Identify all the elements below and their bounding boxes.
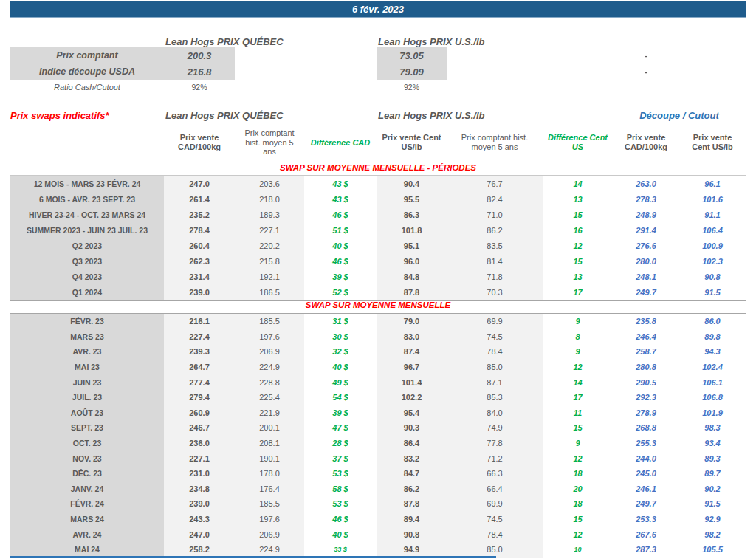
cutout-us: 91.1: [679, 207, 746, 222]
qc-hist: 221.9: [235, 405, 304, 421]
cutout-cad: 258.7: [613, 344, 679, 360]
diff-cad: 58 $: [304, 481, 377, 497]
cutout-us: 102.4: [679, 360, 746, 375]
qc-prix-vente: 239.3: [164, 344, 235, 360]
qc-prix-vente: 236.0: [164, 436, 235, 451]
diff-us: 10: [543, 542, 613, 558]
qc-prix-vente: 234.8: [164, 481, 235, 497]
diff-cad: 43 $: [304, 176, 377, 191]
qc-hist: 206.9: [235, 344, 304, 360]
row-label: MARS 24: [10, 512, 164, 527]
qc-prix-vente: 264.7: [164, 360, 235, 375]
hog-price-sheet: 6 févr. 2023 Lean Hogs PRIX QUÉBEC Lean …: [0, 0, 756, 559]
row-label: FÉVR. 24: [10, 496, 164, 512]
qc-prix-vente: 243.3: [164, 512, 235, 527]
col-header-cutout-cad: Prix vente CAD/100kg: [613, 124, 679, 161]
diff-cad: 47 $: [304, 420, 377, 436]
us-prix-vente: 87.4: [377, 344, 447, 360]
us-prix-vente: 79.0: [377, 314, 447, 329]
cutout-us: 91.5: [679, 496, 746, 512]
us-hist: 71.8: [447, 269, 543, 284]
qc-hist: 190.1: [235, 450, 304, 466]
diff-us: 14: [543, 374, 613, 390]
qc-hist: 176.4: [235, 481, 304, 497]
qc-prix-vente: 246.7: [164, 420, 235, 436]
qc-prix-vente: 239.0: [164, 496, 235, 512]
qc-hist: 185.5: [235, 496, 304, 512]
diff-cad: 33 $: [304, 542, 377, 558]
cutout-us: 90.2: [679, 481, 746, 497]
cutout-cad: 287.3: [613, 542, 679, 558]
us-prix-vente: 101.8: [377, 222, 447, 238]
qc-hist: 192.1: [235, 269, 304, 284]
qc-hist: 197.6: [235, 512, 304, 527]
cutout-cad: 280.8: [613, 360, 679, 375]
diff-us: 15: [543, 207, 613, 222]
spot-qc-ratio: 92%: [164, 80, 235, 95]
row-label: MAI 23: [10, 360, 164, 375]
qc-prix-vente: 231.0: [164, 466, 235, 481]
cutout-us: 93.4: [679, 436, 746, 451]
us-hist: 78.4: [447, 344, 543, 360]
cutout-cad: 278.9: [613, 405, 679, 421]
row-label: AVR. 24: [10, 527, 164, 542]
us-hist: 70.3: [447, 284, 543, 300]
us-hist: 85.0: [447, 360, 543, 375]
swaps-header-row: Prix swaps indicatifs* Lean Hogs PRIX QU…: [10, 109, 746, 122]
us-prix-vente: 96.7: [377, 360, 447, 375]
row-label: FÉVR. 23: [10, 314, 164, 329]
col-header-diff-us: Différence Cent US: [543, 124, 613, 161]
diff-us: 14: [543, 176, 613, 191]
swaps-title: Prix swaps indicatifs*: [10, 110, 164, 121]
us-prix-vente: 95.1: [377, 238, 447, 253]
spot-quebec-header: Lean Hogs PRIX QUÉBEC: [164, 36, 377, 47]
spot-cutout-dash: -: [613, 64, 679, 80]
qc-prix-vente: 260.4: [164, 238, 235, 253]
cutout-us: 89.8: [679, 329, 746, 345]
us-hist: 69.9: [447, 314, 543, 329]
diff-cad: 43 $: [304, 191, 377, 207]
periods-section-title: SWAP SUR MOYENNE MENSUELLE - PÉRIODES: [10, 163, 746, 172]
spot-us-value: 73.05: [377, 47, 447, 64]
cutout-cad: 255.3: [613, 436, 679, 451]
qc-prix-vente: 260.9: [164, 405, 235, 421]
diff-cad: 39 $: [304, 405, 377, 421]
qc-hist: 224.9: [235, 542, 304, 558]
row-label: MARS 23: [10, 329, 164, 345]
row-label: Q2 2023: [10, 238, 164, 253]
qc-hist: 215.8: [235, 253, 304, 269]
spot-row-label: Ratio Cash/Cutout: [10, 80, 164, 95]
qc-prix-vente: 278.4: [164, 222, 235, 238]
us-prix-vente: 83.2: [377, 450, 447, 466]
cutout-us: 91.5: [679, 284, 746, 300]
row-label: Q4 2023: [10, 269, 164, 284]
cutout-us: 86.0: [679, 314, 746, 329]
diff-cad: 40 $: [304, 238, 377, 253]
diff-cad: 46 $: [304, 253, 377, 269]
qc-prix-vente: 277.4: [164, 374, 235, 390]
row-label: 6 MOIS - AVR. 23 SEPT. 23: [10, 191, 164, 207]
us-prix-vente: 86.2: [377, 481, 447, 497]
row-label: SEPT. 23: [10, 420, 164, 436]
qc-hist: 220.2: [235, 238, 304, 253]
us-hist: 83.5: [447, 238, 543, 253]
cutout-cad: 291.4: [613, 222, 679, 238]
cutout-cad: 268.8: [613, 420, 679, 436]
qc-hist: 186.5: [235, 284, 304, 300]
qc-prix-vente: 239.0: [164, 284, 235, 300]
bottom-accent-line: [10, 556, 496, 558]
cutout-us: 90.8: [679, 269, 746, 284]
cutout-us: 89.7: [679, 466, 746, 481]
qc-hist: 185.5: [235, 314, 304, 329]
cutout-cad: 235.8: [613, 314, 679, 329]
cutout-cad: 246.4: [613, 329, 679, 345]
row-label: Q3 2023: [10, 253, 164, 269]
diff-us: 12: [543, 360, 613, 375]
us-prix-vente: 96.0: [377, 253, 447, 269]
us-hist: 84.0: [447, 405, 543, 421]
us-prix-vente: 86.4: [377, 436, 447, 451]
cutout-cad: 253.3: [613, 512, 679, 527]
cutout-us: 106.4: [679, 222, 746, 238]
us-prix-vente: 95.4: [377, 405, 447, 421]
us-hist: 76.7: [447, 176, 543, 191]
